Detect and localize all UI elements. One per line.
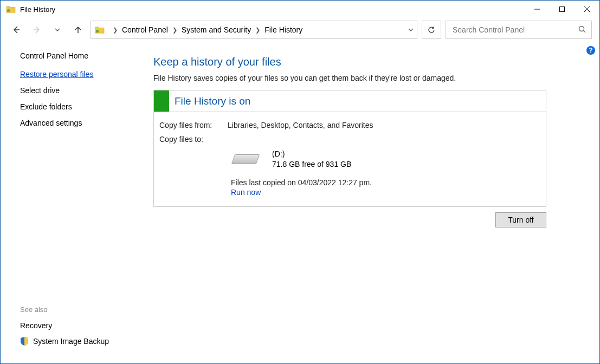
status-box: File History is on Copy files from: Libr… (153, 90, 546, 207)
search-icon (578, 25, 586, 35)
crumb-system-security[interactable]: System and Security (182, 25, 251, 34)
folder-icon (6, 4, 16, 14)
chevron-down-icon[interactable] (408, 25, 414, 34)
sidebar-exclude-folders[interactable]: Exclude folders (20, 102, 141, 111)
drive-icon (231, 150, 261, 168)
breadcrumb[interactable]: ❯ Control Panel ❯ System and Security ❯ … (91, 21, 417, 39)
drive-name: (D:) (272, 149, 351, 159)
help-icon[interactable]: ? (586, 46, 595, 55)
status-on-indicator (154, 90, 169, 112)
maximize-button[interactable] (550, 1, 575, 18)
copy-from-value: Libraries, Desktop, Contacts, and Favori… (228, 121, 373, 129)
minimize-button[interactable] (525, 1, 550, 18)
sidebar-home[interactable]: Control Panel Home (20, 51, 141, 60)
back-button[interactable] (8, 22, 24, 38)
up-button[interactable] (70, 22, 86, 38)
turn-off-button[interactable]: Turn off (495, 212, 546, 227)
search-box[interactable] (446, 21, 592, 39)
sidebar: Control Panel Home Restore personal file… (1, 42, 141, 363)
chevron-right-icon: ❯ (113, 27, 118, 34)
titlebar: File History (1, 1, 599, 18)
crumb-file-history[interactable]: File History (264, 25, 302, 34)
svg-rect-2 (560, 7, 565, 12)
status-title: File History is on (175, 95, 250, 107)
page-title: Keep a history of your files (153, 56, 584, 68)
crumb-control-panel[interactable]: Control Panel (122, 25, 168, 34)
drive-space: 71.8 GB free of 931 GB (272, 159, 351, 170)
forward-button[interactable] (29, 22, 45, 38)
address-bar: ❯ Control Panel ❯ System and Security ❯ … (1, 18, 599, 42)
window-controls (525, 1, 599, 18)
page-subtitle: File History saves copies of your files … (153, 74, 584, 82)
sidebar-advanced[interactable]: Advanced settings (20, 119, 141, 127)
svg-line-9 (584, 30, 586, 32)
folder-icon (94, 24, 105, 35)
close-button[interactable] (575, 1, 599, 18)
refresh-button[interactable] (422, 21, 441, 39)
search-input[interactable] (451, 25, 578, 35)
chevron-right-icon: ❯ (255, 27, 260, 34)
see-also-recovery[interactable]: Recovery (20, 321, 141, 330)
status-header: File History is on (154, 90, 546, 112)
svg-point-7 (96, 30, 99, 32)
see-also-label: See also (20, 306, 141, 314)
see-also-system-image[interactable]: System Image Backup (20, 336, 141, 346)
svg-point-8 (579, 26, 584, 31)
run-now-link[interactable]: Run now (231, 188, 540, 197)
sidebar-select-drive[interactable]: Select drive (20, 86, 141, 95)
see-also-system-image-label: System Image Backup (33, 337, 109, 346)
copy-to-label: Copy files to: (159, 135, 228, 144)
shield-icon (20, 336, 29, 346)
window-title: File History (20, 5, 55, 14)
see-also-recovery-label: Recovery (20, 321, 52, 330)
last-copied: Files last copied on 04/03/2022 12:27 pm… (231, 178, 540, 187)
recent-dropdown[interactable] (49, 22, 66, 38)
sidebar-restore[interactable]: Restore personal files (20, 70, 141, 79)
chevron-right-icon: ❯ (172, 27, 177, 34)
copy-from-label: Copy files from: (159, 121, 228, 129)
main-content: ? Keep a history of your files File Hist… (141, 42, 599, 363)
